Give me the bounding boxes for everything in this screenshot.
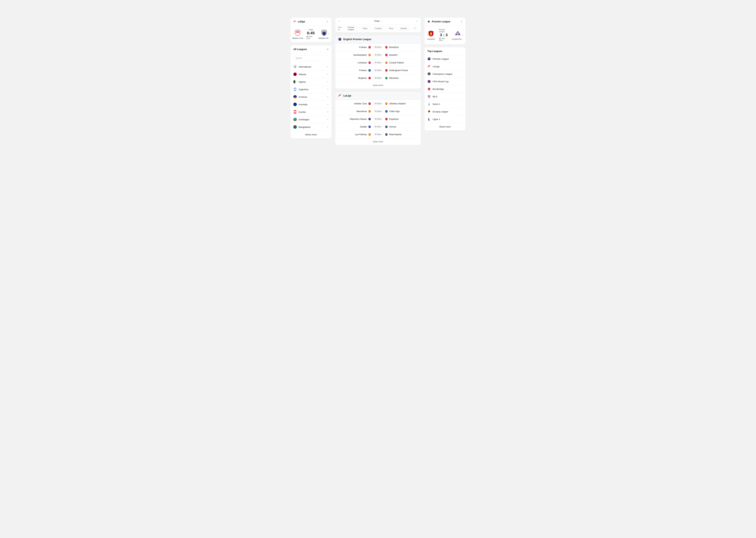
svg-point-18 — [296, 105, 296, 105]
match-row[interactable]: Fulham 06:45pm Nottingham Forest — [335, 66, 421, 74]
match-row[interactable]: Barcelona 06:45pm Celta Vigo — [335, 107, 421, 115]
top-league-row[interactable]: CHAMPIONS Champions League — [425, 70, 465, 78]
country-row[interactable]: International — [291, 63, 331, 71]
laliga-icon — [293, 20, 296, 23]
featured-header: Premier League — [425, 18, 465, 26]
country-name: Azerbaijan — [299, 118, 309, 121]
filter-label: Filter by — [338, 26, 344, 30]
svg-rect-3 — [293, 80, 295, 83]
match-row[interactable]: Southampton 06:45pm Ipswitch — [335, 51, 421, 59]
match-row[interactable]: Athletic Club 06:45pm Athletico Madrid — [335, 100, 421, 107]
svg-rect-25 — [293, 118, 297, 119]
match-row[interactable]: Liverpool 06:45pm Crystal Palace — [335, 59, 421, 66]
show-more-button[interactable]: show more — [335, 82, 421, 88]
sort-icon[interactable] — [327, 20, 329, 23]
country-row[interactable]: Bangladesh — [291, 123, 331, 131]
top-league-row[interactable]: BUNDES Bundesliga — [425, 85, 465, 93]
country-row[interactable]: Armenia — [291, 93, 331, 100]
top-league-row[interactable]: FIFA World Cup — [425, 78, 465, 85]
show-more-button[interactable]: Show more — [425, 123, 465, 131]
svg-point-14 — [293, 103, 297, 106]
date-bar: Today — [335, 18, 421, 25]
top-league-row[interactable]: LIGUE 1 Ligue 1 — [425, 115, 465, 123]
club-crest-icon — [368, 110, 371, 113]
featured-match: L.F.C. Liverpool Premier League 3 : 3 4t… — [425, 26, 465, 44]
filter-chip[interactable]: Clubs — [361, 26, 371, 30]
featured-header: Laliga — [291, 18, 331, 26]
country-row[interactable]: Azerbaijan — [291, 116, 331, 123]
top-league-row[interactable]: SERIE A Serie A — [425, 100, 465, 108]
show-more-button[interactable]: Show more — [291, 131, 331, 138]
sort-icon[interactable] — [461, 20, 463, 23]
featured-score: Laliga 6:45 4th Feb, 2024 — [306, 29, 315, 39]
all-leagues-header[interactable]: All Leagues — [291, 45, 331, 53]
uel-icon: EUROPA — [427, 110, 431, 113]
filter-chip-label: Premier League — [348, 26, 355, 30]
date-selector[interactable]: Today — [374, 20, 382, 22]
date-prev-button[interactable] — [338, 20, 341, 23]
country-name: Algeria — [299, 81, 306, 83]
filter-chip[interactable]: Premier League — [346, 26, 359, 30]
filter-chip-label: Gender — [401, 27, 407, 29]
svg-point-70 — [429, 111, 430, 112]
featured-next-button[interactable] — [461, 33, 464, 36]
club-crest-icon — [385, 69, 388, 72]
chevron-down-icon — [327, 103, 329, 106]
match-row[interactable]: Fulham 06:45pm Brentford — [335, 43, 421, 51]
flag-icon — [293, 110, 297, 114]
show-more-button[interactable]: show more — [335, 138, 421, 145]
match-row[interactable]: Las Palmas 06:45pm Real Madrid — [335, 131, 421, 138]
top-league-row[interactable]: LaLiga — [425, 63, 465, 70]
athletic-club-crest-icon — [294, 29, 301, 36]
match-time: 06:45pm — [373, 53, 383, 57]
league-group-header: LaLiga — [335, 92, 421, 100]
chevron-down-icon — [368, 27, 370, 29]
date-next-button[interactable] — [415, 20, 418, 23]
svg-point-57 — [457, 35, 458, 36]
country-row[interactable]: Algeria — [291, 78, 331, 85]
country-name: Argentina — [299, 88, 308, 91]
country-row[interactable]: Argentina — [291, 85, 331, 93]
match-time: 06:45pm — [373, 117, 383, 121]
match-row[interactable]: Brighton 06:45pm Westham — [335, 74, 421, 82]
svg-point-16 — [296, 103, 296, 104]
club-crest-icon — [368, 69, 371, 72]
country-row[interactable]: Austria — [291, 108, 331, 116]
featured-away-name: Crystal Palace — [452, 38, 464, 40]
club-crest-icon — [385, 110, 388, 113]
filter-chip[interactable]: Gender — [399, 26, 411, 30]
country-row[interactable]: Albania — [291, 71, 331, 78]
svg-rect-27 — [293, 120, 297, 121]
featured-prev-button[interactable] — [292, 32, 295, 35]
top-league-row[interactable]: EUROPA Europa League — [425, 108, 465, 115]
chevron-down-icon — [327, 88, 329, 91]
home-team-name: Fulham — [359, 69, 367, 72]
flag-icon — [293, 103, 297, 106]
filter-search[interactable] — [412, 26, 418, 30]
featured-prev-button[interactable] — [426, 33, 429, 36]
seriea-icon: SERIE A — [427, 102, 431, 106]
top-league-name: FIFA World Cup — [433, 80, 449, 83]
svg-rect-23 — [293, 112, 297, 114]
match-row[interactable]: Getafe 06:45pm Girona — [335, 123, 421, 131]
top-league-row[interactable]: MLS — [425, 93, 465, 100]
svg-text:EUROPA: EUROPA — [428, 113, 430, 113]
filter-bar: Filter by Premier League Clubs Country T… — [335, 25, 421, 32]
filter-chip[interactable]: Country — [373, 26, 386, 30]
featured-next-button[interactable] — [327, 32, 330, 35]
svg-point-39 — [386, 62, 387, 63]
svg-point-30 — [294, 126, 296, 128]
home-team-name: Liverpool — [357, 61, 367, 64]
top-league-row[interactable]: Premier League — [425, 55, 465, 63]
svg-point-55 — [428, 21, 429, 22]
home-team-name: Brighton — [358, 77, 367, 79]
svg-point-59 — [429, 58, 430, 59]
match-row[interactable]: Deportivo Alaves 06:45pm Espanyol — [335, 115, 421, 123]
filter-chip[interactable]: Time — [387, 26, 397, 30]
leagues-search-input[interactable] — [293, 55, 329, 61]
club-crest-icon — [385, 126, 388, 128]
country-row[interactable]: Australia — [291, 100, 331, 108]
svg-text:SERIE A: SERIE A — [428, 105, 430, 106]
country-name: Austria — [299, 111, 306, 113]
svg-point-66 — [429, 88, 430, 89]
